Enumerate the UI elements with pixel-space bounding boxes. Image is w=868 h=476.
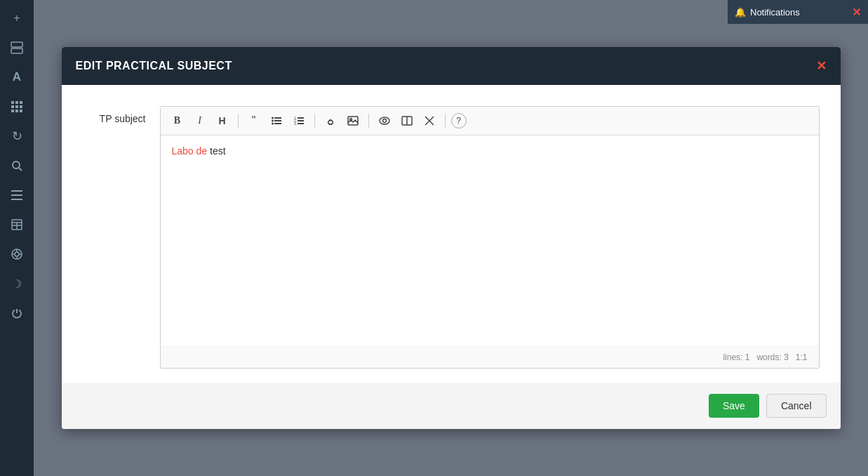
position-stat: 1:1	[796, 352, 808, 362]
unordered-list-button[interactable]	[267, 111, 286, 131]
edit-dialog: EDIT PRACTICAL SUBJECT ✕ TP subject B I …	[62, 47, 841, 429]
svg-rect-0	[11, 42, 22, 47]
svg-rect-4	[20, 101, 22, 104]
ordered-list-button[interactable]: 1. 2. 3.	[289, 111, 309, 131]
svg-rect-5	[11, 105, 14, 108]
editor-footer: lines: 1 words: 3 1:1	[161, 346, 819, 368]
svg-point-40	[380, 117, 389, 124]
notifications-bar: 🔔 Notifications ✕	[728, 0, 868, 24]
svg-point-41	[382, 119, 386, 123]
heading-button[interactable]: H	[213, 111, 232, 131]
fullscreen-button[interactable]	[420, 111, 439, 131]
dialog-body: TP subject B I H "	[62, 85, 841, 383]
power-icon[interactable]	[4, 300, 29, 326]
svg-rect-27	[274, 117, 281, 119]
text-icon[interactable]: A	[4, 65, 29, 90]
svg-line-12	[19, 168, 22, 171]
dialog-header: EDIT PRACTICAL SUBJECT ✕	[62, 47, 841, 85]
svg-point-26	[272, 117, 274, 119]
svg-point-11	[13, 161, 20, 168]
editor-content[interactable]: Labo de test	[161, 135, 819, 346]
svg-rect-8	[11, 110, 14, 112]
svg-rect-1	[11, 48, 22, 53]
tp-subject-label: TP subject	[83, 106, 146, 124]
link-button[interactable]	[321, 111, 340, 131]
list-icon[interactable]	[4, 183, 29, 208]
editor-stats: lines: 1 words: 3 1:1	[723, 352, 807, 362]
words-stat: words: 3	[756, 352, 788, 362]
svg-rect-29	[274, 120, 281, 121]
main-area: EDIT PRACTICAL SUBJECT ✕ TP subject B I …	[34, 0, 868, 476]
split-view-button[interactable]	[397, 111, 417, 131]
svg-rect-31	[274, 123, 281, 124]
dialog-actions: Save Cancel	[62, 383, 841, 429]
svg-rect-6	[15, 105, 18, 108]
image-button[interactable]	[343, 111, 363, 131]
bell-icon: 🔔	[735, 7, 746, 18]
form-row: TP subject B I H "	[83, 106, 820, 369]
svg-rect-15	[11, 199, 22, 200]
plus-icon[interactable]: +	[4, 6, 29, 31]
svg-rect-7	[20, 105, 22, 108]
cancel-button[interactable]: Cancel	[766, 394, 827, 418]
toolbar-sep-3	[368, 114, 369, 128]
toolbar-sep-4	[445, 114, 446, 128]
refresh-icon[interactable]: ↻	[4, 124, 29, 149]
svg-rect-3	[15, 101, 18, 104]
svg-point-21	[15, 252, 19, 256]
svg-rect-37	[298, 123, 304, 124]
search-icon[interactable]	[4, 153, 29, 178]
bold-button[interactable]: B	[168, 111, 187, 131]
table-icon[interactable]	[4, 212, 29, 237]
toolbar-sep-2	[314, 114, 315, 128]
editor-toolbar: B I H "	[161, 107, 819, 135]
notifications-text: Notifications	[750, 7, 800, 18]
svg-text:3.: 3.	[294, 121, 297, 125]
svg-rect-13	[11, 190, 22, 192]
sidebar: + A ↻	[0, 0, 34, 476]
svg-point-28	[272, 120, 274, 122]
quote-button[interactable]: "	[244, 111, 264, 131]
moon-icon[interactable]: ☽	[4, 271, 29, 296]
help-button[interactable]: ?	[451, 113, 467, 128]
svg-point-30	[272, 123, 274, 125]
text-highlighted: Labo de	[172, 145, 208, 157]
editor-container: B I H "	[160, 106, 820, 369]
italic-button[interactable]: I	[190, 111, 210, 131]
svg-rect-10	[20, 110, 22, 112]
save-button[interactable]: Save	[709, 394, 759, 418]
dialog-title: EDIT PRACTICAL SUBJECT	[76, 60, 232, 72]
notifications-close-button[interactable]: ✕	[852, 6, 861, 19]
svg-rect-14	[11, 194, 22, 196]
preview-button[interactable]	[375, 111, 394, 131]
svg-rect-35	[298, 120, 304, 121]
toolbar-sep-1	[238, 114, 239, 128]
svg-rect-9	[15, 110, 18, 112]
layout-icon[interactable]	[4, 35, 29, 60]
target-icon[interactable]	[4, 242, 29, 267]
svg-rect-33	[298, 117, 304, 119]
notifications-label: 🔔 Notifications	[735, 7, 800, 18]
svg-rect-2	[11, 101, 14, 104]
lines-stat: lines: 1	[723, 352, 749, 362]
dialog-close-button[interactable]: ✕	[816, 58, 827, 74]
grid-icon[interactable]	[4, 94, 29, 119]
text-normal: test	[207, 145, 225, 157]
